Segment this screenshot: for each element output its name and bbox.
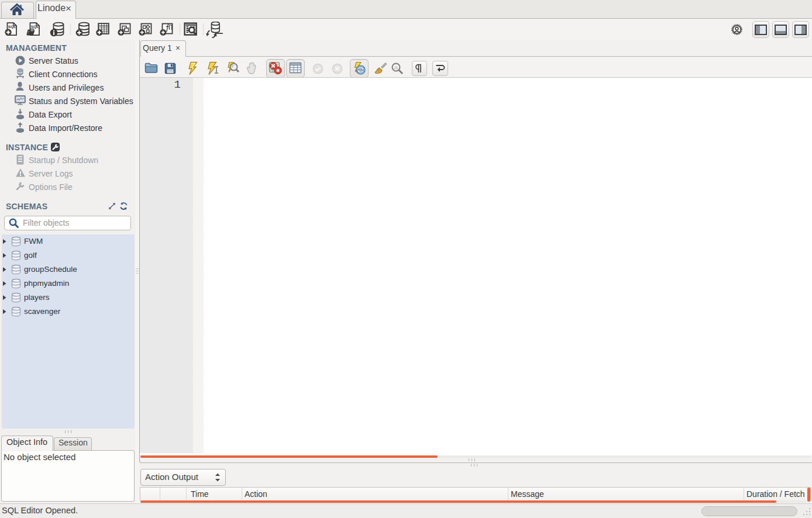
svg-text:A: A: [394, 65, 398, 71]
svg-text:SQL: SQL: [8, 25, 16, 29]
svg-text:SQL: SQL: [31, 25, 39, 29]
